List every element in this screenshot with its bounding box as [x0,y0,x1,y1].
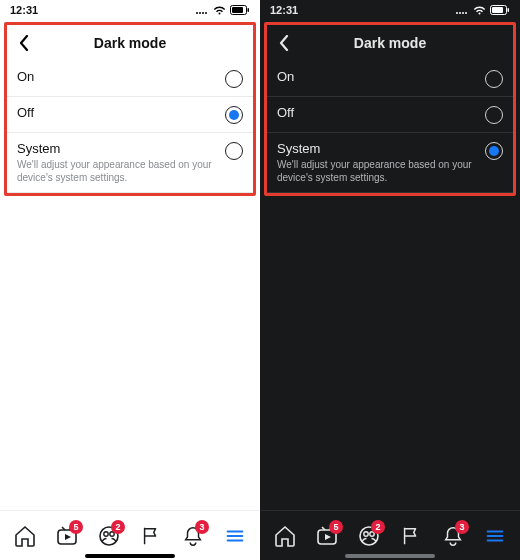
back-button[interactable] [273,32,295,54]
page-title: Dark mode [7,35,253,51]
content-area [260,196,520,510]
svg-point-0 [196,12,198,14]
option-sublabel: We'll adjust your appearance based on yo… [17,158,215,184]
status-icons [195,5,250,15]
wifi-icon [213,6,226,15]
svg-point-1 [199,12,201,14]
highlight-box: Dark mode On Off System We'll adjust you… [264,22,516,196]
svg-point-2 [202,12,204,14]
svg-rect-16 [492,7,503,13]
svg-point-12 [459,12,461,14]
page-title: Dark mode [267,35,513,51]
settings-header: Dark mode [7,25,253,61]
tab-notifications[interactable]: 3 [433,516,473,556]
svg-rect-6 [248,8,250,12]
status-time: 12:31 [10,4,38,16]
highlight-box: Dark mode On Off System We'll adjust you… [4,22,256,196]
option-label: On [277,69,475,84]
content-area [0,196,260,510]
option-label: Off [17,105,215,120]
home-indicator [85,554,175,558]
option-on[interactable]: On [267,61,513,97]
notifications-badge: 3 [195,520,209,534]
home-icon [13,524,37,548]
svg-point-3 [205,12,207,14]
svg-point-20 [364,531,368,535]
chevron-left-icon [278,35,290,51]
status-time: 12:31 [270,4,298,16]
svg-point-13 [462,12,464,14]
svg-point-9 [104,531,108,535]
tab-bar: 5 2 3 [260,510,520,560]
watch-badge: 5 [69,520,83,534]
radio-off[interactable] [225,106,243,124]
tab-menu[interactable] [475,516,515,556]
svg-point-14 [465,12,467,14]
option-label: Off [277,105,475,120]
home-indicator [345,554,435,558]
status-icons [455,5,510,15]
notifications-badge: 3 [455,520,469,534]
tab-groups[interactable]: 2 [89,516,129,556]
svg-point-11 [456,12,458,14]
tab-notifications[interactable]: 3 [173,516,213,556]
menu-icon [224,525,246,547]
flag-icon [140,525,162,547]
status-bar: 12:31 [0,0,260,20]
wifi-icon [473,6,486,15]
battery-icon [230,5,250,15]
radio-system[interactable] [485,142,503,160]
option-on[interactable]: On [7,61,253,97]
groups-badge: 2 [111,520,125,534]
radio-on[interactable] [225,70,243,88]
option-off[interactable]: Off [7,97,253,133]
tab-groups[interactable]: 2 [349,516,389,556]
option-system[interactable]: System We'll adjust your appearance base… [267,133,513,193]
tab-flag[interactable] [391,516,431,556]
radio-off[interactable] [485,106,503,124]
radio-system[interactable] [225,142,243,160]
cellular-icon [455,6,469,15]
back-button[interactable] [13,32,35,54]
option-system[interactable]: System We'll adjust your appearance base… [7,133,253,193]
tab-flag[interactable] [131,516,171,556]
settings-header: Dark mode [267,25,513,61]
menu-icon [484,525,506,547]
tab-menu[interactable] [215,516,255,556]
battery-icon [490,5,510,15]
phone-dark: 12:31 Dark mode On Off S [260,0,520,560]
watch-badge: 5 [329,520,343,534]
option-sublabel: We'll adjust your appearance based on yo… [277,158,475,184]
cellular-icon [195,6,209,15]
option-label: On [17,69,215,84]
phone-light: 12:31 Dark mode On Off S [0,0,260,560]
tab-watch[interactable]: 5 [307,516,347,556]
status-bar: 12:31 [260,0,520,20]
flag-icon [400,525,422,547]
option-label: System [17,141,215,156]
chevron-left-icon [18,35,30,51]
tab-bar: 5 2 3 [0,510,260,560]
svg-rect-5 [232,7,243,13]
option-label: System [277,141,475,156]
svg-rect-17 [508,8,510,12]
tab-home[interactable] [5,516,45,556]
tab-home[interactable] [265,516,305,556]
radio-on[interactable] [485,70,503,88]
option-off[interactable]: Off [267,97,513,133]
groups-badge: 2 [371,520,385,534]
home-icon [273,524,297,548]
tab-watch[interactable]: 5 [47,516,87,556]
